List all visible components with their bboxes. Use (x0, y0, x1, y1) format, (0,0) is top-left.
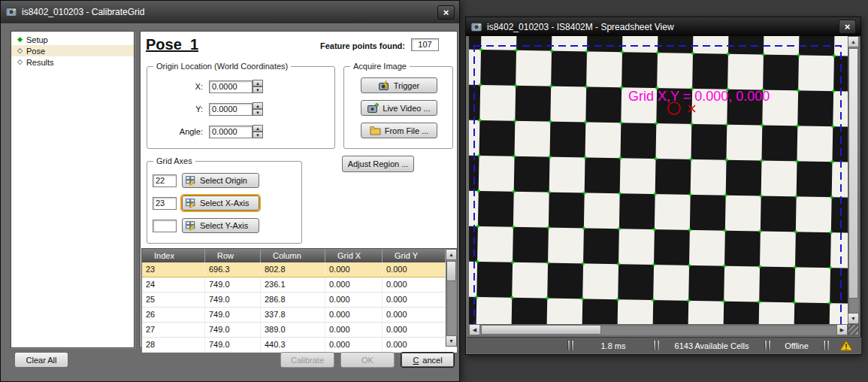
scrollbar-thumb[interactable] (446, 261, 456, 281)
spinner-down-button[interactable]: ▼ (253, 86, 263, 93)
clear-all-button[interactable]: Clear All (14, 352, 68, 368)
checkerboard-image: Grid X,Y = 0.000, 0.000 (469, 36, 848, 324)
y-field[interactable]: 0.0000 (209, 103, 253, 116)
h-scrollbar-thumb[interactable] (481, 325, 601, 335)
cell-grid-y: 0.000 (383, 277, 446, 292)
cell-index: 24 (142, 277, 205, 292)
table-header: Index Row Column Grid X Grid Y (142, 249, 457, 262)
cell-index: 23 (142, 262, 205, 277)
status-separator (821, 341, 831, 350)
from-file-icon (370, 126, 381, 135)
table-row[interactable]: 23 696.3 802.8 0.000 0.000 (142, 262, 457, 277)
spinner-down-button[interactable]: ▼ (253, 132, 263, 138)
cell-row: 749.0 (205, 338, 261, 352)
angle-field-label: Angle: (147, 127, 209, 136)
select-grid-icon (186, 176, 196, 186)
calibrate-button[interactable]: Calibrate (280, 352, 334, 368)
angle-field[interactable]: 0.0000 (209, 126, 253, 138)
view-window-titlebar[interactable]: is8402_010203 - IS8402M - Spreadsheet Vi… (466, 17, 860, 36)
scroll-down-button[interactable]: ▼ (848, 313, 859, 324)
table-row[interactable]: 26 749.0 337.8 0.000 0.000 (142, 308, 457, 323)
cell-index: 26 (142, 308, 205, 322)
tree-item-results[interactable]: ◇ Results (11, 56, 134, 68)
close-icon[interactable]: × (839, 20, 856, 34)
v-scrollbar-thumb[interactable] (848, 48, 858, 299)
cell-grid-x: 0.000 (325, 308, 383, 322)
v-scrollbar[interactable]: ▲ ▼ (848, 36, 859, 324)
scroll-up-button[interactable]: ▲ (848, 36, 859, 47)
cell-row: 696.3 (205, 262, 261, 277)
spinner-up-button[interactable]: ▲ (253, 80, 263, 86)
status-separator (565, 341, 576, 350)
x-field[interactable]: 0.0000 (209, 80, 253, 93)
cell-column: 286.8 (261, 293, 325, 307)
from-file-button[interactable]: From File ... (361, 123, 437, 138)
table-scrollbar[interactable]: ▲ ▼ (446, 249, 457, 347)
scroll-left-button[interactable]: ◀ (469, 324, 480, 335)
cell-index: 27 (142, 323, 205, 337)
diamond-hollow-icon: ◇ (17, 47, 23, 54)
calibrate-window-title: is8402_010203 - CalibrateGrid (22, 7, 144, 17)
column-header-row: Row (205, 249, 261, 262)
cell-row: 749.0 (205, 308, 261, 322)
select-y-axis-button[interactable]: Select Y-Axis (182, 218, 259, 233)
scroll-down-button[interactable]: ▼ (446, 335, 457, 347)
tree-item-setup[interactable]: ◆ Setup (11, 34, 134, 45)
calibrate-window-titlebar[interactable]: is8402_010203 - CalibrateGrid × (1, 1, 459, 23)
scroll-right-button[interactable]: ▶ (836, 324, 848, 335)
trigger-button[interactable]: Trigger (361, 77, 437, 93)
spinner-up-button[interactable]: ▲ (253, 125, 263, 132)
select-grid-icon (186, 199, 196, 208)
status-bar: 1.8 ms 6143 Available Cells Offline ! (467, 337, 861, 353)
column-header-index: Index (142, 249, 205, 262)
close-icon[interactable]: × (437, 5, 455, 20)
table-row[interactable]: 27 749.0 389.0 0.000 0.000 (142, 323, 457, 338)
cell-row: 749.0 (205, 277, 261, 292)
select-origin-button[interactable]: Select Origin (182, 173, 259, 188)
trigger-button-label: Trigger (394, 81, 419, 90)
cell-grid-y: 0.000 (383, 338, 446, 352)
spinner-down-button[interactable]: ▼ (253, 109, 263, 116)
clear-all-button-label: Clear All (26, 356, 57, 365)
resize-gripper[interactable] (848, 324, 859, 335)
h-scrollbar[interactable]: ◀ ▶ (469, 324, 848, 335)
tree-item-pose[interactable]: ◇ Pose (11, 45, 134, 56)
x-axis-index-field[interactable]: 23 (153, 197, 177, 210)
ok-button[interactable]: OK (340, 352, 395, 368)
desktop: is8402_010203 - CalibrateGrid × ◆ Setup … (0, 0, 868, 382)
status-separator (651, 341, 661, 350)
status-available-cells: 6143 Available Cells (661, 338, 762, 353)
cell-column: 440.3 (261, 338, 325, 352)
adjust-region-button[interactable]: Adjust Region ... (342, 156, 414, 172)
origin-index-field[interactable]: 22 (153, 174, 177, 187)
view-window-title: is8402_010203 - IS8402M - Spreadsheet Vi… (487, 22, 674, 32)
origin-location-group: Origin Location (World Coordinates) X: 0… (147, 66, 335, 149)
spinner-up-button[interactable]: ▲ (253, 102, 263, 109)
cell-grid-x: 0.000 (325, 338, 383, 352)
table-row[interactable]: 25 749.0 286.8 0.000 0.000 (142, 293, 457, 308)
status-empty-segment (467, 338, 565, 353)
app-icon (5, 6, 17, 18)
cell-column: 337.8 (261, 308, 325, 322)
cell-column: 802.8 (261, 262, 325, 277)
group-title: Origin Location (World Coordinates) (153, 62, 291, 71)
app-icon (470, 21, 482, 33)
live-video-button[interactable]: Live Video ... (361, 100, 437, 116)
scroll-up-button[interactable]: ▲ (446, 249, 457, 260)
select-origin-button-label: Select Origin (200, 176, 247, 185)
table-row[interactable]: 24 749.0 236.1 0.000 0.000 (142, 277, 457, 293)
y-axis-index-field[interactable] (153, 220, 177, 232)
status-acquisition-time: 1.8 ms (576, 338, 651, 353)
select-x-axis-button[interactable]: Select X-Axis (182, 196, 259, 211)
svg-text:!: ! (845, 343, 847, 351)
cell-row: 749.0 (205, 323, 261, 337)
grid-xy-overlay-text: Grid X,Y = 0.000, 0.000 (628, 89, 770, 104)
column-header-grid-y: Grid Y (383, 249, 446, 262)
cancel-button[interactable]: Cancel (401, 352, 455, 368)
cancel-button-mnemonic: C (413, 356, 419, 365)
image-viewport[interactable]: Grid X,Y = 0.000, 0.000 (469, 36, 848, 324)
feature-table: Index Row Column Grid X Grid Y 23 696.3 … (141, 248, 458, 347)
table-row[interactable]: 28 749.0 440.3 0.000 0.000 (142, 338, 457, 353)
status-mode: Offline (773, 338, 821, 353)
status-warning[interactable]: ! (831, 338, 861, 353)
